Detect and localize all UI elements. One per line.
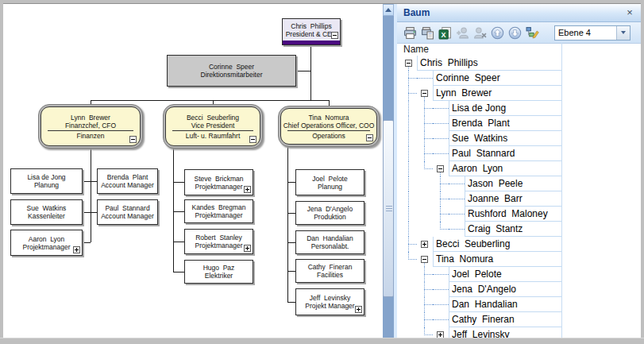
connector-line <box>91 212 97 213</box>
tree-guide <box>449 191 465 207</box>
box-expand-plus-icon[interactable] <box>355 306 362 313</box>
level-dropdown-button[interactable] <box>616 26 630 40</box>
tree-guide <box>417 312 433 327</box>
move-down-button[interactable] <box>506 24 523 41</box>
tree-row: Lisa de Jong <box>397 101 561 116</box>
tree-row: Sue Watkins <box>397 131 561 146</box>
tree-item-label[interactable]: Dan Handalian <box>449 297 561 312</box>
org-box-dan-handalian[interactable]: Dan HandalianPersonalabt. <box>295 230 364 254</box>
org-box-cathy-fineran[interactable]: Cathy FineranFacilities <box>295 259 364 283</box>
tree-item-label[interactable]: Corinne Speer <box>433 71 561 86</box>
org-box-jeff-levinsky[interactable]: Jeff LevinskyProjekt Manager <box>295 288 364 315</box>
move-up-icon <box>491 26 504 40</box>
box-expand-plus-icon[interactable] <box>73 246 80 253</box>
org-box-chris-phillips[interactable]: Chris PhillipsPresident & CEO <box>282 18 341 45</box>
tree-guide <box>433 282 449 297</box>
tree-expand-plus-icon[interactable] <box>437 331 444 338</box>
tree-guide <box>433 327 449 338</box>
window-border-top <box>0 0 644 4</box>
connector-line <box>287 182 295 183</box>
tree-item-label[interactable]: Lisa de Jong <box>449 101 561 116</box>
print-icon <box>403 26 417 40</box>
tree-expand-minus-icon[interactable] <box>421 256 428 263</box>
org-box-aaron-lyon[interactable]: Aaron LyonProjektmanager <box>10 230 83 256</box>
org-box-hugo-paz[interactable]: Hugo PazElektriker <box>184 260 253 284</box>
org-box-lynn-brewer[interactable]: Lynn BrewerFinanzchef, CFOFinanzen <box>38 104 143 149</box>
connector-line <box>173 211 184 212</box>
tree-guide <box>401 237 417 252</box>
box-expand-minus-icon[interactable] <box>331 32 338 39</box>
tree-item-label[interactable]: Jason Peele <box>465 176 561 191</box>
org-box-joel-pelote[interactable]: Joel PelotePlanung <box>295 169 364 195</box>
box-expand-plus-icon[interactable] <box>244 186 251 193</box>
tree-item-label[interactable]: Lynn Brewer <box>433 86 561 101</box>
org-box-paul-stannard[interactable]: Paul StannardAccount Manager <box>97 199 158 225</box>
edit-levels-button[interactable] <box>523 24 541 41</box>
box-expand-plus-icon[interactable] <box>244 245 251 252</box>
org-box-becci-seuberling[interactable]: Becci SeuberlingVice PresidentLuft- u. R… <box>163 104 263 149</box>
tree-expand-minus-icon[interactable] <box>405 60 412 67</box>
org-box-brenda-plant[interactable]: Brenda PlantAccount Manager <box>97 168 158 194</box>
tree-guide <box>401 176 417 191</box>
org-box-text: Account Manager <box>98 181 157 189</box>
level-dropdown[interactable]: Ebene 4 <box>554 25 631 41</box>
scrollbar-thumb[interactable] <box>383 120 394 297</box>
org-box-text: Cathy Fineran <box>296 263 364 271</box>
tree-item-label[interactable]: Aaron Lyon <box>449 161 561 176</box>
scrollbar-up-button[interactable] <box>383 4 394 16</box>
tree-expand-minus-icon[interactable] <box>421 90 428 97</box>
export-excel-button[interactable]: X <box>436 24 453 41</box>
box-expand-minus-icon[interactable] <box>129 136 137 143</box>
tree-item-label[interactable]: Craig Stantz <box>465 222 561 237</box>
tree-item-label[interactable]: Sue Watkins <box>449 131 561 146</box>
org-box-tina-nomura[interactable]: Tina NomuraChief Operations Officer, COO… <box>278 106 380 147</box>
org-box-sue-watkins[interactable]: Sue WatkinsKassenleiter <box>10 199 83 225</box>
move-up-button[interactable] <box>488 24 506 41</box>
tree-guide <box>433 312 449 327</box>
export-excel-icon: X <box>438 26 452 40</box>
print-preview-button[interactable] <box>418 24 436 41</box>
tree-row: Joanne Barr <box>397 191 561 207</box>
org-chart-canvas[interactable]: Chris PhillipsPresident & CEOCorinne Spe… <box>3 4 383 338</box>
minus-bar <box>333 35 337 36</box>
tree-expand-minus-icon[interactable] <box>437 165 444 172</box>
tree-item-label[interactable]: Joel Pelote <box>449 267 561 282</box>
org-box-divider <box>48 130 133 131</box>
org-box-lisa-de-jong[interactable]: Lisa de JongPlanung <box>10 168 83 194</box>
org-box-text: Brenda Plant <box>98 173 157 181</box>
org-box-text: Chris Phillips <box>283 22 340 30</box>
tree-item-label[interactable]: Becci Seuberling <box>433 237 561 252</box>
org-box-kandes-bregman[interactable]: Kandes BregmanProjektmanager <box>184 199 253 223</box>
tree-row: Joel Pelote <box>397 267 561 282</box>
tree-item-label[interactable]: Jena D'Angelo <box>449 282 561 297</box>
tree-item-label[interactable]: Tina Nomura <box>433 252 561 267</box>
print-button[interactable] <box>401 24 418 41</box>
tree-list: Chris PhillipsCorinne SpeerLynn BrewerLi… <box>397 56 641 338</box>
vertical-scrollbar[interactable] <box>383 4 394 338</box>
scroll-up-arrow-icon <box>385 8 391 12</box>
tree-guide <box>401 207 417 222</box>
tree-guide <box>417 116 433 131</box>
tree-item-label[interactable]: Joanne Barr <box>465 191 561 207</box>
tree-guide <box>401 101 417 116</box>
close-icon[interactable]: × <box>623 6 636 19</box>
org-box-corinne-speer[interactable]: Corinne SpeerDirektionsmitarbeiter <box>167 55 296 87</box>
tree-guide <box>433 222 449 237</box>
box-expand-minus-icon[interactable] <box>249 136 256 143</box>
tree-item-label[interactable]: Chris Phillips <box>417 56 561 71</box>
tree-row: Cathy Fineran <box>397 312 561 327</box>
tree-item-label[interactable]: Rushford Maloney <box>465 207 561 222</box>
tree-expand-plus-icon[interactable] <box>421 241 428 248</box>
tree-item-label[interactable]: Cathy Fineran <box>449 312 561 327</box>
tree-item-label[interactable]: Jeff Levinsky <box>449 327 561 338</box>
org-box-steve-brickman[interactable]: Steve BrickmanProjektmanager <box>184 169 253 195</box>
box-expand-minus-icon[interactable] <box>366 134 373 141</box>
org-box-text: Planung <box>11 181 82 189</box>
minus-bar <box>422 93 426 94</box>
tree-guide <box>401 191 417 207</box>
tree-item-label[interactable]: Brenda Plant <box>449 116 561 131</box>
org-box-robert-stanley[interactable]: Robert StanleyProjektmanager <box>184 229 253 254</box>
tree-guide <box>417 207 433 222</box>
org-box-jena-dangelo[interactable]: Jena D'AngeloProduktion <box>295 201 364 225</box>
tree-item-label[interactable]: Paul Stannard <box>449 146 561 161</box>
